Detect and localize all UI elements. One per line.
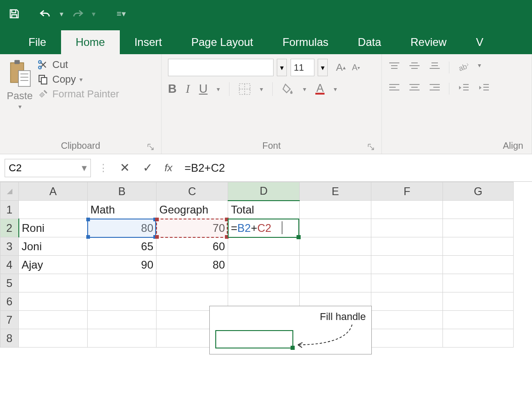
cell-c5[interactable] bbox=[157, 274, 228, 292]
increase-indent-button[interactable] bbox=[478, 83, 490, 95]
select-all-corner[interactable] bbox=[0, 182, 19, 201]
cell-c4[interactable]: 80 bbox=[157, 256, 228, 274]
orientation-button[interactable]: ab bbox=[458, 62, 470, 74]
tab-review[interactable]: Review bbox=[396, 30, 461, 54]
align-bottom-button[interactable] bbox=[429, 62, 441, 74]
align-center-button[interactable] bbox=[409, 83, 420, 95]
font-name-dropdown-icon[interactable]: ▾ bbox=[277, 59, 287, 76]
cell-g7[interactable] bbox=[443, 311, 514, 329]
shrink-font-button[interactable]: A▾ bbox=[352, 63, 360, 73]
tab-insert[interactable]: Insert bbox=[120, 30, 177, 54]
cell-g2[interactable] bbox=[443, 219, 514, 237]
cell-b4[interactable]: 90 bbox=[88, 256, 157, 274]
cell-a4[interactable]: Ajay bbox=[19, 256, 88, 274]
font-name-input[interactable] bbox=[168, 59, 274, 76]
cell-a1[interactable] bbox=[19, 201, 88, 219]
cell-e1[interactable] bbox=[300, 201, 371, 219]
fill-color-dropdown-icon[interactable]: ▾ bbox=[303, 85, 306, 93]
cell-g8[interactable] bbox=[443, 329, 514, 348]
cell-f6[interactable] bbox=[371, 292, 443, 311]
tab-home[interactable]: Home bbox=[61, 30, 120, 54]
cell-d4[interactable] bbox=[228, 256, 300, 274]
tab-file[interactable]: File bbox=[14, 30, 61, 54]
undo-button[interactable] bbox=[38, 6, 53, 22]
cell-c1[interactable]: Geograph bbox=[157, 201, 228, 219]
formula-input[interactable] bbox=[185, 162, 527, 174]
col-header-e[interactable]: E bbox=[300, 182, 371, 201]
borders-button[interactable] bbox=[239, 83, 251, 95]
cell-a7[interactable] bbox=[19, 311, 88, 329]
row-header-2[interactable]: 2 bbox=[0, 219, 19, 237]
cell-f1[interactable] bbox=[371, 201, 443, 219]
col-header-c[interactable]: C bbox=[157, 182, 228, 201]
cell-d2[interactable]: =B2+C2 bbox=[228, 219, 300, 237]
cell-a3[interactable]: Joni bbox=[19, 237, 88, 256]
cell-b3[interactable]: 65 bbox=[88, 237, 157, 256]
font-color-dropdown-icon[interactable]: ▾ bbox=[334, 85, 337, 93]
row-header-1[interactable]: 1 bbox=[0, 201, 19, 219]
fill-color-button[interactable] bbox=[282, 83, 294, 95]
cell-d1[interactable]: Total bbox=[228, 201, 300, 219]
cell-d3[interactable] bbox=[228, 237, 300, 256]
cell-e4[interactable] bbox=[300, 256, 371, 274]
cell-a8[interactable] bbox=[19, 329, 88, 348]
cell-b5[interactable] bbox=[88, 274, 157, 292]
col-header-g[interactable]: G bbox=[443, 182, 514, 201]
col-header-a[interactable]: A bbox=[19, 182, 88, 201]
row-header-7[interactable]: 7 bbox=[0, 311, 19, 329]
cell-e3[interactable] bbox=[300, 237, 371, 256]
enter-formula-button[interactable]: ✓ bbox=[139, 159, 157, 177]
cell-f8[interactable] bbox=[371, 329, 443, 348]
row-header-4[interactable]: 4 bbox=[0, 256, 19, 274]
underline-dropdown-icon[interactable]: ▾ bbox=[217, 85, 220, 93]
cancel-formula-button[interactable]: ✕ bbox=[116, 159, 134, 177]
cell-f7[interactable] bbox=[371, 311, 443, 329]
cell-f4[interactable] bbox=[371, 256, 443, 274]
cell-g3[interactable] bbox=[443, 237, 514, 256]
tab-page-layout[interactable]: Page Layout bbox=[177, 30, 268, 54]
cell-g1[interactable] bbox=[443, 201, 514, 219]
cell-b7[interactable] bbox=[88, 311, 157, 329]
align-top-button[interactable] bbox=[388, 62, 400, 74]
tab-formulas[interactable]: Formulas bbox=[268, 30, 343, 54]
cell-a2[interactable]: Roni bbox=[19, 219, 88, 237]
insert-function-button[interactable]: fx bbox=[162, 159, 180, 177]
row-header-6[interactable]: 6 bbox=[0, 292, 19, 311]
cell-b1[interactable]: Math bbox=[88, 201, 157, 219]
grow-font-button[interactable]: A▴ bbox=[336, 62, 346, 73]
cell-g4[interactable] bbox=[443, 256, 514, 274]
row-header-8[interactable]: 8 bbox=[0, 329, 19, 348]
cell-e2[interactable] bbox=[300, 219, 371, 237]
name-box[interactable]: C2 ▾ bbox=[5, 159, 91, 177]
font-size-input[interactable] bbox=[291, 59, 314, 76]
align-left-button[interactable] bbox=[388, 83, 400, 95]
col-header-f[interactable]: F bbox=[371, 182, 443, 201]
cell-f5[interactable] bbox=[371, 274, 443, 292]
row-header-3[interactable]: 3 bbox=[0, 237, 19, 256]
italic-button[interactable]: I bbox=[186, 82, 190, 96]
align-middle-button[interactable] bbox=[409, 62, 420, 74]
save-button[interactable] bbox=[6, 6, 22, 22]
paste-button[interactable]: Paste ▾ bbox=[6, 59, 33, 110]
cell-c2[interactable]: 70 bbox=[157, 219, 228, 237]
align-right-button[interactable] bbox=[429, 83, 441, 95]
cut-button[interactable]: Cut bbox=[38, 59, 119, 71]
cell-g6[interactable] bbox=[443, 292, 514, 311]
name-box-dropdown-icon[interactable]: ▾ bbox=[82, 162, 87, 174]
cell-a5[interactable] bbox=[19, 274, 88, 292]
font-dialog-launcher-icon[interactable] bbox=[367, 143, 375, 151]
format-painter-button[interactable]: Format Painter bbox=[38, 88, 119, 100]
cell-b8[interactable] bbox=[88, 329, 157, 348]
clipboard-dialog-launcher-icon[interactable] bbox=[146, 143, 155, 151]
decrease-indent-button[interactable] bbox=[458, 83, 470, 95]
bold-button[interactable]: B bbox=[168, 82, 177, 96]
cell-c3[interactable]: 60 bbox=[157, 237, 228, 256]
cell-b2[interactable]: 80 bbox=[88, 219, 157, 237]
cell-f2[interactable] bbox=[371, 219, 443, 237]
undo-dropdown-icon[interactable]: ▾ bbox=[60, 10, 63, 18]
copy-button[interactable]: Copy ▾ bbox=[38, 73, 119, 85]
font-color-button[interactable]: A bbox=[315, 84, 325, 95]
copy-dropdown-icon[interactable]: ▾ bbox=[79, 76, 83, 83]
font-size-dropdown-icon[interactable]: ▾ bbox=[318, 59, 328, 76]
orientation-dropdown-icon[interactable]: ▾ bbox=[478, 62, 481, 74]
